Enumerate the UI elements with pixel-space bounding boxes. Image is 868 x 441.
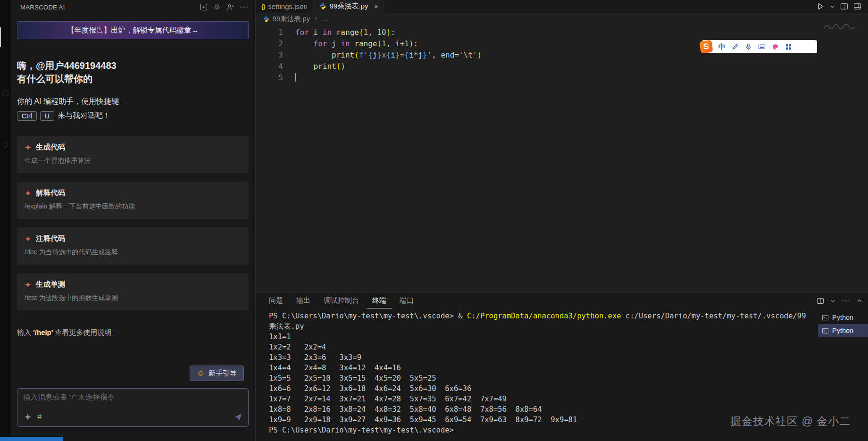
- terminal-icon: [822, 327, 829, 334]
- gear-icon[interactable]: [213, 3, 221, 11]
- watermark-scribble: [823, 22, 857, 31]
- tab-settings-json[interactable]: {} settings.json: [256, 0, 314, 13]
- ime-keyboard-icon[interactable]: [758, 43, 766, 50]
- juejin-watermark: 掘金技术社区 @ 金小二: [730, 414, 851, 429]
- breadcrumb-file[interactable]: 99乘法表.py: [273, 15, 310, 24]
- terminal-line: 1x1=1: [269, 332, 812, 342]
- ime-language-icon[interactable]: 中: [718, 42, 726, 51]
- terminal-line: 1x8=8 2x8=16 3x8=24 4x8=32 5x8=40 6x8=48…: [269, 404, 812, 415]
- terminal-icon: [822, 314, 829, 321]
- more-actions-icon[interactable]: ···: [240, 5, 249, 9]
- card-title: 生成单测: [25, 280, 241, 290]
- smiley-icon: ☺: [197, 369, 205, 377]
- chat-toolbar: #: [24, 412, 242, 422]
- panel-tab-debug-console[interactable]: 调试控制台: [318, 293, 365, 308]
- panel-more-actions-icon[interactable]: ···: [842, 299, 851, 303]
- chat-input[interactable]: [22, 392, 243, 402]
- assistant-hint: 你的 AI 编程助手，使用快捷键: [17, 97, 247, 107]
- panel-tab-ports[interactable]: 端口: [394, 293, 419, 308]
- run-dropdown-chevron-icon[interactable]: [830, 4, 835, 9]
- ime-toolbox-grid-icon[interactable]: [785, 43, 792, 50]
- maximize-panel-chevron-icon[interactable]: [857, 298, 862, 304]
- sogou-ime-bar: S 中: [702, 40, 817, 53]
- chevron-right-icon: [313, 17, 318, 21]
- suggestion-cards: 生成代码生成一个冒泡排序算法解释代码/explain 解释一下当前选中函数的功能…: [11, 136, 255, 310]
- terminal-instance[interactable]: Python: [818, 324, 868, 337]
- card-desc: /doc 为当前选中的代码生成注释: [25, 248, 241, 257]
- run-button[interactable]: [817, 2, 825, 10]
- editor-tab-bar: {} settings.json 99乘法表.py ×: [256, 0, 868, 13]
- split-terminal-icon[interactable]: [817, 297, 824, 305]
- sparkle-icon: [25, 190, 32, 197]
- greeting-line2: 有什么可以帮你的: [17, 72, 247, 85]
- account-icon[interactable]: [226, 3, 234, 11]
- ime-pen-icon[interactable]: [732, 43, 739, 50]
- breadcrumb-more[interactable]: ...: [321, 15, 327, 23]
- context-hash-button[interactable]: #: [37, 412, 42, 422]
- code-line: 5: [256, 72, 868, 83]
- code-editor[interactable]: 1for i in range(1, 10):2 for j in range(…: [256, 25, 868, 294]
- code-line: 4 print(): [256, 61, 868, 72]
- sparkle-icon: [25, 281, 32, 288]
- marscode-sidebar: MARSCODE AI ··· 【年度报告】出炉，解锁专属代码徽章→ 嗨，@用户…: [11, 0, 256, 441]
- panel-tab-terminal[interactable]: 终端: [367, 293, 392, 308]
- help-suffix: 查看更多使用说明: [53, 328, 111, 336]
- editor-actions: [817, 0, 868, 13]
- shortcut-row: Ctrl U 来与我对话吧！: [17, 111, 247, 121]
- terminal-line: PS C:\Users\Dario\my-test\my-test\.vscod…: [269, 311, 812, 332]
- ime-mic-icon[interactable]: [745, 43, 752, 50]
- sidebar-title: MARSCODE AI: [20, 4, 65, 11]
- tab-label: 99乘法表.py: [330, 2, 368, 11]
- tab-99-multiplication-py[interactable]: 99乘法表.py ×: [314, 0, 384, 13]
- panel-tab-output[interactable]: 输出: [291, 293, 316, 308]
- active-view-indicator: [0, 27, 1, 47]
- activity-icon[interactable]: [2, 141, 9, 149]
- help-command: '/help': [33, 328, 53, 336]
- terminal-line: 1x5=5 2x5=10 3x5=15 4x5=20 5x5=25: [269, 373, 812, 383]
- panel-tabs: 问题输出调试控制台终端端口: [256, 293, 868, 308]
- help-hint: 输入 '/help' 查看更多使用说明: [17, 328, 247, 337]
- ime-skin-icon[interactable]: [772, 43, 779, 50]
- card-title: 生成代码: [25, 142, 241, 152]
- suggestion-card[interactable]: 生成代码生成一个冒泡排序算法: [17, 136, 249, 173]
- panel-tab-problems[interactable]: 问题: [263, 293, 289, 308]
- help-prefix: 输入: [17, 328, 33, 336]
- json-braces-icon: {}: [261, 3, 265, 10]
- terminal-profile-chevron-icon[interactable]: [830, 298, 835, 303]
- terminal-line: 1x7=7 2x7=14 3x7=21 4x7=28 5x7=35 6x7=42…: [269, 394, 812, 404]
- split-editor-icon[interactable]: [840, 2, 848, 10]
- sparkle-icon: [25, 235, 32, 242]
- close-tab-icon[interactable]: ×: [374, 3, 378, 10]
- greeting: 嗨，@用户4469194483 有什么可以帮你的: [17, 59, 247, 85]
- terminal-line: 1x4=4 2x4=8 3x4=12 4x4=16: [269, 363, 812, 373]
- card-title: 注释代码: [25, 234, 241, 244]
- key-u: U: [40, 111, 54, 121]
- beginner-guide-button[interactable]: ☺ 新手引导: [190, 366, 244, 381]
- activity-icon[interactable]: [2, 90, 9, 97]
- guide-label: 新手引导: [209, 369, 237, 378]
- suggestion-card[interactable]: 生成单测/test 为这段选中的函数生成单测: [17, 273, 249, 310]
- shortcut-suffix: 来与我对话吧！: [58, 111, 110, 121]
- terminal-line: 1x2=2 2x2=4: [269, 342, 812, 352]
- activity-bar: [0, 0, 11, 441]
- chat-input-box[interactable]: #: [17, 388, 249, 427]
- text-cursor: [295, 73, 296, 82]
- suggestion-card[interactable]: 注释代码/doc 为当前选中的代码生成注释: [17, 227, 249, 265]
- sogou-logo-icon[interactable]: S: [699, 40, 713, 53]
- annual-report-banner[interactable]: 【年度报告】出炉，解锁专属代码徽章→: [17, 21, 249, 39]
- python-icon: [319, 3, 326, 10]
- panel-actions: ···: [817, 293, 862, 308]
- card-title: 解释代码: [25, 188, 241, 198]
- code-line: 1for i in range(1, 10):: [256, 27, 868, 38]
- key-ctrl: Ctrl: [17, 111, 37, 121]
- status-bar-remote[interactable]: [0, 437, 63, 441]
- new-chat-icon[interactable]: [200, 3, 208, 11]
- terminal-line: 1x6=6 2x6=12 3x6=18 4x6=24 5x6=30 6x6=36: [269, 383, 812, 394]
- vscode-window: MARSCODE AI ··· 【年度报告】出炉，解锁专属代码徽章→ 嗨，@用户…: [0, 0, 868, 441]
- terminal-instance[interactable]: Python: [818, 311, 868, 324]
- suggestion-card[interactable]: 解释代码/explain 解释一下当前选中函数的功能: [17, 182, 249, 219]
- customize-layout-icon[interactable]: [853, 2, 861, 10]
- terminal-line: 1x3=3 2x3=6 3x3=9: [269, 352, 812, 363]
- send-icon[interactable]: [234, 413, 242, 421]
- sparkle-command-icon[interactable]: [24, 413, 32, 421]
